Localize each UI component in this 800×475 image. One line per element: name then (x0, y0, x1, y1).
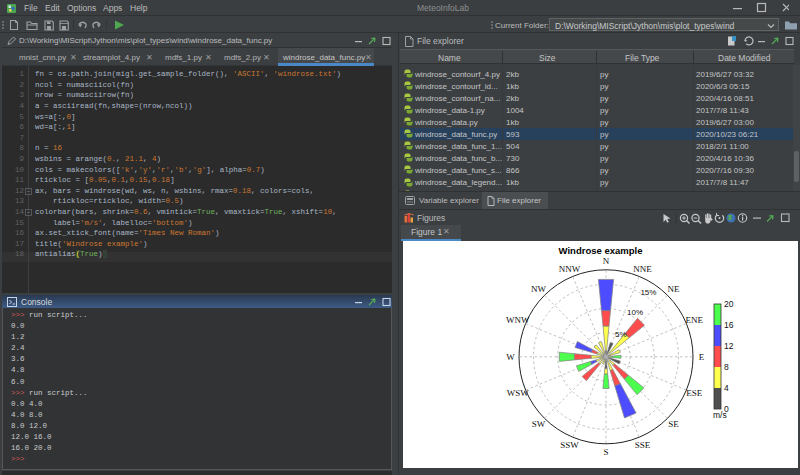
svg-text:W: W (506, 352, 515, 362)
svg-text:20: 20 (724, 299, 734, 309)
svg-text:10%: 10% (627, 308, 643, 317)
svg-text:SSE: SSE (635, 440, 651, 450)
svg-text:8: 8 (724, 362, 729, 372)
svg-text:WNW: WNW (506, 315, 530, 325)
svg-text:15%: 15% (640, 288, 656, 297)
svg-text:NNW: NNW (559, 264, 581, 274)
svg-text:NNE: NNE (633, 264, 652, 274)
svg-text:4: 4 (724, 383, 729, 393)
svg-text:SE: SE (668, 419, 679, 429)
svg-text:N: N (603, 256, 610, 266)
svg-text:SSW: SSW (560, 440, 579, 450)
svg-text:SW: SW (532, 419, 546, 429)
svg-text:ENE: ENE (685, 315, 703, 325)
svg-text:16: 16 (724, 320, 734, 330)
svg-text:5%: 5% (615, 330, 627, 339)
svg-text:12: 12 (724, 341, 734, 351)
svg-text:ESE: ESE (686, 388, 703, 398)
svg-text:E: E (699, 352, 705, 362)
svg-text:NW: NW (531, 284, 546, 294)
svg-text:WSW: WSW (507, 388, 530, 398)
svg-text:m/s: m/s (713, 410, 727, 420)
svg-text:S: S (603, 447, 608, 457)
svg-text:NE: NE (668, 284, 680, 294)
